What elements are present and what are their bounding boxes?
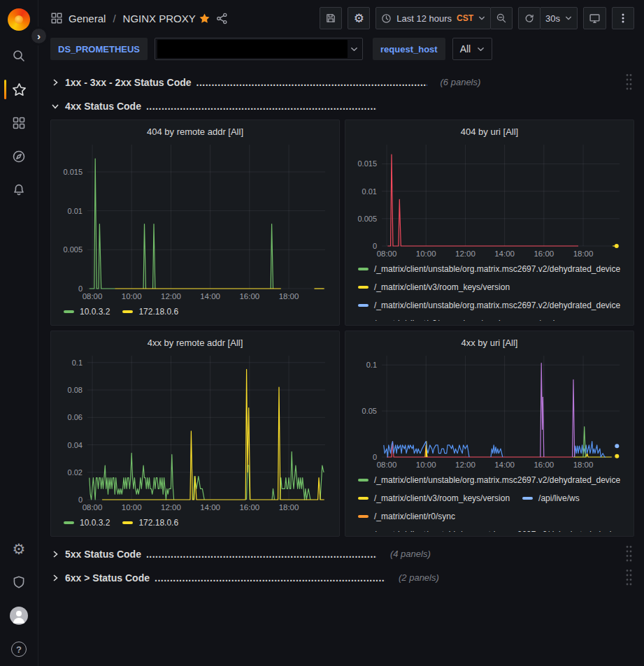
legend-swatch [358, 479, 368, 482]
expand-sidebar-button[interactable]: › [29, 27, 48, 45]
legend-label: 172.18.0.6 [138, 518, 178, 528]
row-header-1xx-3xx-2xx[interactable]: 1xx - 3xx - 2xx Status Code ............… [50, 72, 634, 92]
legend-item[interactable]: 10.0.3.2 [64, 303, 110, 321]
row-header-4xx[interactable]: 4xx Status Code ........................… [50, 96, 634, 116]
svg-text:14:00: 14:00 [200, 503, 220, 512]
chart-canvas[interactable]: 00.0050.010.01508:0010:0012:0014:0016:00… [352, 140, 627, 260]
svg-text:12:00: 12:00 [455, 461, 475, 469]
chart-canvas[interactable]: 00.020.040.060.080.108:0010:0012:0014:00… [58, 351, 332, 514]
sidebar-item-search[interactable] [2, 39, 36, 73]
svg-text:0.08: 0.08 [68, 386, 83, 394]
panels-grid: 404 by remote addr [All] 00.0050.010.015… [50, 120, 634, 537]
timezone-label: CST [457, 13, 473, 23]
sidebar: ⚙ ? [0, 0, 38, 666]
dashboard-settings-button[interactable]: ⚙ [348, 7, 370, 29]
legend-swatch [358, 286, 368, 289]
svg-text:12:00: 12:00 [161, 292, 181, 301]
row-panel-count: (4 panels) [390, 549, 431, 559]
save-dashboard-button[interactable] [320, 7, 342, 29]
legend-item[interactable]: /_matrix/client/v3/room_keys/version [358, 489, 510, 507]
svg-text:16:00: 16:00 [239, 503, 259, 512]
datasource-variable-value-redacted [157, 40, 348, 58]
drag-handle-icon [625, 544, 633, 563]
row-title: 4xx Status Code [65, 101, 141, 112]
row-header-6xx[interactable]: 6xx > Status Code ......................… [50, 567, 634, 588]
timeseries-chart[interactable]: 00.0050.010.01508:0010:0012:0014:0016:00… [58, 140, 332, 303]
panel-title[interactable]: 404 by uri [All] [352, 124, 627, 140]
share-button[interactable] [213, 10, 231, 27]
legend-item[interactable]: /_matrix/client/unstable/org.matrix.msc2… [358, 296, 620, 314]
chart-canvas[interactable]: 00.0050.010.01508:0010:0012:0014:0016:00… [58, 140, 332, 303]
panel-title[interactable]: 4xx by uri [All] [352, 335, 627, 351]
svg-text:0.02: 0.02 [68, 468, 83, 477]
legend-item[interactable]: /_matrix/client/unstable/org.matrix.msc2… [358, 526, 620, 532]
breadcrumb: General / NGINX PROXY [50, 12, 196, 24]
svg-text:0.1: 0.1 [72, 359, 83, 367]
breadcrumb-section[interactable]: General [69, 13, 106, 24]
sidebar-item-help[interactable]: ? [2, 632, 36, 666]
refresh-interval-picker[interactable]: 30s [540, 7, 578, 29]
row-panel-count: (2 panels) [399, 572, 439, 583]
row-drag-handle[interactable] [624, 567, 634, 588]
favorite-star-button[interactable] [196, 10, 213, 27]
legend-item[interactable]: /_matrix/client/v3/room_keys/version [358, 278, 510, 296]
timeseries-chart[interactable]: 00.0050.010.01508:0010:0012:0014:0016:00… [352, 140, 627, 260]
timeseries-chart[interactable]: 00.020.040.060.080.108:0010:0012:0014:00… [58, 351, 332, 514]
request-host-variable-select[interactable]: All [452, 38, 493, 60]
svg-text:16:00: 16:00 [534, 461, 554, 469]
legend-item[interactable]: /api/live/ws [522, 489, 580, 507]
legend-item[interactable]: 172.18.0.6 [122, 514, 178, 532]
legend-item[interactable]: /sw.js [522, 314, 559, 321]
svg-text:08:00: 08:00 [377, 249, 397, 258]
chevron-down-icon [565, 15, 572, 22]
dashboard-title[interactable]: NGINX PROXY [123, 13, 196, 24]
more-options-button[interactable] [612, 7, 634, 29]
sidebar-item-profile[interactable] [2, 599, 36, 632]
zoom-out-time-button[interactable] [490, 7, 513, 29]
legend-label: /_matrix/client/unstable/org.matrix.msc2… [374, 530, 620, 532]
panel-title[interactable]: 404 by remote addr [All] [58, 124, 332, 140]
gear-icon: ⚙ [13, 542, 26, 556]
legend-item[interactable]: /_matrix/client/r0/sync [358, 507, 455, 526]
panel-legend: /_matrix/client/unstable/org.matrix.msc2… [352, 471, 627, 532]
sidebar-item-starred[interactable] [2, 73, 36, 106]
row-drag-handle[interactable] [624, 543, 634, 565]
svg-text:0.005: 0.005 [63, 245, 83, 254]
legend-swatch [358, 515, 368, 518]
sidebar-item-alerting[interactable] [2, 173, 36, 207]
datasource-variable-select[interactable] [155, 38, 363, 60]
legend-item[interactable]: /_matrix/client/unstable/org.matrix.msc2… [358, 260, 620, 278]
dashboard-grid-icon [50, 12, 63, 24]
clock-icon [381, 13, 392, 24]
legend-item[interactable]: 10.0.3.2 [64, 514, 110, 532]
chevron-down-icon [477, 45, 485, 53]
compass-icon [12, 150, 26, 164]
svg-text:0.05: 0.05 [362, 407, 377, 415]
legend-label: /_matrix/client/r0/sync [374, 512, 455, 521]
sidebar-item-configuration[interactable]: ⚙ [2, 532, 36, 565]
refresh-button[interactable] [518, 7, 541, 29]
svg-text:08:00: 08:00 [83, 292, 103, 301]
row-title: 1xx - 3xx - 2xx Status Code [65, 77, 192, 88]
legend-item[interactable]: /_matrix/client/unstable/org.matrix.msc2… [358, 471, 620, 489]
svg-text:10:00: 10:00 [122, 292, 142, 301]
cycle-view-mode-button[interactable] [583, 7, 606, 29]
sidebar-item-dashboards[interactable] [2, 106, 36, 140]
zoom-out-icon [496, 13, 507, 24]
legend-item[interactable]: 172.18.0.6 [122, 303, 178, 321]
svg-text:16:00: 16:00 [239, 292, 259, 301]
row-drag-handle[interactable] [624, 71, 634, 93]
legend-item[interactable]: /_matrix/client/v3/room_keys/version [358, 314, 510, 321]
timeseries-chart[interactable]: 00.050.108:0010:0012:0014:0016:0018:00 [352, 351, 627, 471]
svg-text:10:00: 10:00 [122, 503, 142, 512]
legend-swatch [64, 310, 74, 313]
panel-title[interactable]: 4xx by remote addr [All] [58, 335, 332, 351]
sidebar-item-server-admin[interactable] [2, 565, 36, 599]
svg-text:16:00: 16:00 [534, 249, 554, 258]
svg-text:08:00: 08:00 [377, 461, 397, 469]
variable-datasource: DS_PROMETHEUS [50, 38, 363, 60]
chart-canvas[interactable]: 00.050.108:0010:0012:0014:0016:0018:00 [352, 351, 627, 471]
time-range-picker[interactable]: Last 12 hours CST [375, 7, 491, 29]
sidebar-item-explore[interactable] [2, 140, 36, 173]
row-header-5xx[interactable]: 5xx Status Code ........................… [50, 544, 634, 564]
